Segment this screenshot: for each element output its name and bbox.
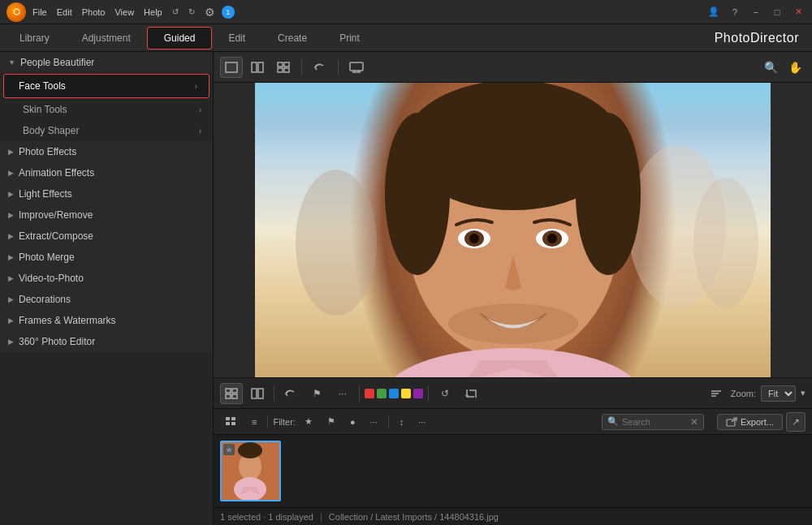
filmstrip-sep-3 [428, 385, 429, 402]
sidebar-item-video-to-photo[interactable]: ▶ Video-to-Photo [0, 268, 213, 289]
sidebar-item-extract-compose[interactable]: ▶ Extract/Compose [0, 226, 213, 247]
tab-edit[interactable]: Edit [212, 28, 261, 49]
tab-adjustment[interactable]: Adjustment [66, 28, 147, 49]
photo-effects-label: Photo Effects [19, 146, 76, 157]
share-button[interactable]: ↗ [786, 412, 806, 432]
filter-grid-view-button[interactable] [220, 413, 243, 431]
filter-color-button[interactable]: ● [344, 413, 361, 431]
sidebar-item-decorations[interactable]: ▶ Decorations [0, 289, 213, 310]
search-box: 🔍 ✕ [602, 414, 704, 430]
thumbnail-badge [223, 444, 235, 455]
user-icon[interactable]: 👤 [706, 5, 721, 19]
svg-rect-0 [226, 62, 237, 72]
sidebar-item-animation-effects[interactable]: ▶ Animation Effects [0, 162, 213, 183]
color-label-purple[interactable] [413, 389, 423, 398]
undo-button[interactable]: ↺ [169, 6, 182, 19]
svg-rect-36 [226, 417, 230, 420]
sidebar-item-360-editor[interactable]: ▶ 360° Photo Editor [0, 331, 213, 352]
sidebar-item-light-effects[interactable]: ▶ Light Effects [0, 183, 213, 204]
search-clear-button[interactable]: ✕ [690, 416, 698, 428]
filter-list-view-button[interactable]: ≡ [246, 413, 262, 431]
view-grid-button[interactable] [272, 57, 295, 78]
undo-redo-group: ↺ ↻ [169, 6, 198, 19]
filter-more-button[interactable]: ··· [365, 413, 383, 431]
view-single-button[interactable] [220, 57, 243, 78]
filmstrip-rotate-button[interactable] [279, 383, 302, 404]
close-button[interactable]: ✕ [791, 5, 806, 19]
frames-watermarks-arrow-icon: ▶ [8, 316, 14, 325]
filmstrip-more-button[interactable]: ··· [331, 383, 354, 404]
face-tools-label: Face Tools [19, 80, 66, 92]
filter-star-button[interactable]: ★ [299, 413, 318, 431]
notification-badge[interactable]: 1 [222, 6, 235, 19]
filmstrip-crop-button[interactable] [460, 383, 482, 404]
titlebar: ⬡ File Edit Photo View Help ↺ ↻ ⚙ 1 👤 ? … [0, 0, 812, 24]
color-label-blue[interactable] [389, 389, 399, 398]
svg-rect-6 [284, 68, 289, 72]
photo-merge-arrow-icon: ▶ [8, 253, 14, 261]
view-compare-button[interactable] [246, 57, 269, 78]
photo-effects-arrow-icon: ▶ [8, 148, 14, 156]
filmstrip-compare-button[interactable] [246, 383, 269, 404]
thumbnail-item[interactable] [220, 441, 281, 501]
search-tool-button[interactable]: 🔍 [760, 57, 781, 78]
menu-edit[interactable]: Edit [57, 7, 72, 17]
360-editor-arrow-icon: ▶ [8, 338, 14, 346]
sort-more-button[interactable]: ··· [412, 413, 431, 431]
sidebar-item-body-shaper[interactable]: Body Shaper › [0, 120, 213, 141]
search-icon: 🔍 [607, 416, 619, 427]
tab-library[interactable]: Library [3, 28, 66, 49]
svg-rect-5 [278, 68, 283, 72]
svg-rect-7 [350, 62, 363, 71]
hand-tool-button[interactable]: ✋ [784, 57, 806, 78]
filmstrip-refresh-button[interactable]: ↺ [434, 383, 456, 404]
menu-photo[interactable]: Photo [82, 7, 106, 17]
svg-rect-3 [278, 62, 283, 67]
sidebar-group-people-beautifier[interactable]: ▼ People Beautifier [0, 52, 213, 73]
filter-flag-button[interactable]: ⚑ [322, 413, 341, 431]
svg-rect-27 [226, 389, 231, 393]
color-label-red[interactable] [365, 389, 374, 398]
sidebar-item-improve-remove[interactable]: ▶ Improve/Remove [0, 204, 213, 226]
svg-rect-32 [258, 389, 263, 398]
export-button[interactable]: Export... [717, 414, 783, 430]
tab-create[interactable]: Create [261, 28, 323, 49]
svg-rect-30 [232, 394, 237, 398]
search-input[interactable] [622, 417, 687, 427]
menu-help[interactable]: Help [144, 7, 162, 17]
360-editor-label: 360° Photo Editor [19, 336, 95, 347]
color-labels [365, 389, 423, 398]
color-label-green[interactable] [377, 389, 387, 398]
sidebar-item-face-tools[interactable]: Face Tools › [3, 74, 209, 98]
help-button[interactable]: ? [728, 5, 742, 19]
filmstrip-sort-button[interactable] [705, 383, 728, 404]
filmstrip-area [214, 434, 812, 507]
filmstrip-grid-button[interactable] [220, 383, 243, 404]
menu-view[interactable]: View [114, 7, 134, 17]
settings-icon[interactable]: ⚙ [205, 6, 215, 19]
zoom-dropdown-icon: ▾ [801, 388, 806, 398]
tab-print[interactable]: Print [323, 28, 376, 49]
photo-merge-label: Photo Merge [19, 252, 75, 263]
sidebar-item-frames-watermarks[interactable]: ▶ Frames & Watermarks [0, 310, 213, 331]
zoom-select[interactable]: Fit [761, 385, 796, 402]
menu-bar: File Edit Photo View Help [32, 7, 162, 17]
sidebar-item-photo-effects[interactable]: ▶ Photo Effects [0, 141, 213, 162]
filter-bar: ≡ Filter: ★ ⚑ ● ··· ↕ ··· 🔍 ✕ Export... … [214, 408, 812, 434]
redo-button[interactable]: ↻ [185, 6, 198, 19]
minimize-button[interactable]: − [749, 5, 763, 19]
light-effects-label: Light Effects [19, 188, 72, 200]
maximize-button[interactable]: □ [770, 5, 784, 19]
filmstrip-flag-button[interactable]: ⚑ [305, 383, 328, 404]
toolbar-separator-2 [338, 59, 339, 75]
color-label-yellow[interactable] [401, 389, 411, 398]
rotate-button[interactable] [309, 57, 331, 78]
tab-guided[interactable]: Guided [147, 27, 213, 49]
svg-rect-28 [232, 389, 237, 393]
sort-button[interactable]: ↕ [394, 413, 410, 431]
sidebar-item-skin-tools[interactable]: Skin Tools › [0, 99, 213, 120]
sidebar-item-photo-merge[interactable]: ▶ Photo Merge [0, 247, 213, 268]
monitor-button[interactable] [345, 57, 368, 78]
svg-rect-31 [252, 389, 257, 398]
menu-file[interactable]: File [32, 7, 47, 17]
